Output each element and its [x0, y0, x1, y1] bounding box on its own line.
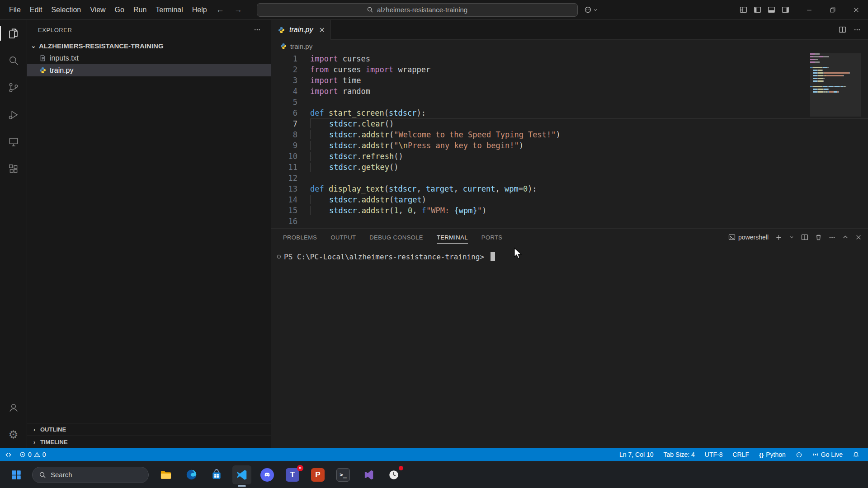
code-line-1[interactable]: 1import curses — [271, 53, 868, 64]
toggle-primary-sidebar-icon[interactable] — [754, 6, 761, 14]
code-line-9[interactable]: 9 stdscr.addstr("\nPress any key to begi… — [271, 140, 868, 151]
file-explorer-icon[interactable] — [156, 465, 175, 484]
explorer-icon[interactable] — [0, 20, 27, 47]
panel-more-actions-icon[interactable] — [829, 234, 835, 241]
menu-help[interactable]: Help — [188, 4, 212, 16]
extensions-icon[interactable] — [0, 155, 27, 183]
go-live-button[interactable]: Go Live — [809, 451, 846, 458]
visual-studio-icon[interactable] — [359, 465, 378, 484]
line-number[interactable]: 8 — [271, 129, 310, 140]
line-number[interactable]: 4 — [271, 86, 310, 97]
panel-tab-ports[interactable]: PORTS — [481, 229, 503, 246]
line-number[interactable]: 6 — [271, 108, 310, 118]
clock-icon[interactable] — [384, 465, 403, 484]
tab-close-icon[interactable]: ✕ — [319, 26, 325, 34]
minimize-button[interactable] — [797, 0, 821, 20]
copilot-menu[interactable] — [584, 6, 598, 14]
file-item-inputs-txt[interactable]: inputs.txt — [27, 52, 271, 64]
toggle-secondary-sidebar-icon[interactable] — [782, 6, 789, 14]
line-number[interactable]: 3 — [271, 75, 310, 86]
code-line-10[interactable]: 10 stdscr.refresh() — [271, 151, 868, 162]
problems-status[interactable]: 0 0 — [16, 448, 49, 461]
menu-go[interactable]: Go — [110, 4, 129, 16]
indentation[interactable]: Tab Size: 4 — [660, 451, 698, 458]
start-button[interactable] — [6, 465, 26, 485]
line-number[interactable]: 12 — [271, 173, 310, 183]
edge-icon[interactable] — [182, 465, 201, 484]
line-number[interactable]: 11 — [271, 162, 310, 173]
close-button[interactable] — [844, 0, 868, 20]
source-control-icon[interactable] — [0, 74, 27, 101]
terminal-dropdown-icon[interactable] — [789, 235, 794, 240]
breadcrumb[interactable]: train.py — [271, 40, 868, 52]
terminal-app-icon[interactable]: >_ — [334, 465, 353, 484]
code-line-4[interactable]: 4import random — [271, 86, 868, 97]
code-line-8[interactable]: 8 stdscr.addstr("Welcome to the Speed Ty… — [271, 129, 868, 140]
line-number[interactable]: 14 — [271, 194, 310, 205]
menu-run[interactable]: Run — [129, 4, 151, 16]
language-mode[interactable]: {} Python — [756, 451, 789, 458]
new-terminal-icon[interactable] — [775, 234, 782, 241]
toggle-panel-icon[interactable] — [768, 6, 775, 14]
panel-tab-debug-console[interactable]: DEBUG CONSOLE — [369, 229, 423, 246]
root-folder-row[interactable]: ⌄ ALZHEIMERS-RESISTANCE-TRAINING — [27, 40, 271, 52]
customize-layout-icon[interactable] — [740, 6, 747, 14]
run-debug-icon[interactable] — [0, 101, 27, 128]
panel-tab-output[interactable]: OUTPUT — [330, 229, 356, 246]
minimap-slider[interactable] — [810, 53, 861, 117]
panel-tab-problems[interactable]: PROBLEMS — [283, 229, 317, 246]
discord-icon[interactable] — [258, 465, 277, 484]
vscode-icon[interactable] — [232, 465, 251, 484]
code-line-11[interactable]: 11 stdscr.getkey() — [271, 162, 868, 173]
eol-sequence[interactable]: CRLF — [729, 451, 752, 458]
minimap[interactable] — [810, 53, 861, 97]
menu-view[interactable]: View — [85, 4, 110, 16]
code-editor[interactable]: 1import curses2from curses import wrappe… — [271, 52, 868, 228]
menu-file[interactable]: File — [5, 4, 25, 16]
split-editor-icon[interactable] — [839, 26, 846, 33]
kill-terminal-icon[interactable] — [815, 234, 822, 241]
account-icon[interactable] — [0, 394, 27, 421]
copilot-status-icon[interactable] — [793, 451, 806, 458]
line-number[interactable]: 5 — [271, 97, 310, 108]
menu-edit[interactable]: Edit — [25, 4, 47, 16]
line-number[interactable]: 2 — [271, 64, 310, 75]
teams-icon[interactable]: T✕ — [283, 465, 302, 484]
line-number[interactable]: 16 — [271, 216, 310, 227]
line-number[interactable]: 1 — [271, 53, 310, 64]
close-panel-icon[interactable] — [855, 234, 862, 240]
line-number[interactable]: 15 — [271, 205, 310, 216]
back-arrow-icon[interactable]: ← — [216, 5, 224, 14]
file-item-train-py[interactable]: train.py — [27, 64, 271, 76]
forward-arrow-icon[interactable]: → — [234, 5, 242, 14]
code-line-6[interactable]: 6def start_screen(stdscr): — [271, 108, 868, 118]
notifications-bell-icon[interactable] — [849, 451, 863, 458]
outline-section[interactable]: › OUTLINE — [27, 423, 271, 436]
powerpoint-icon[interactable]: P — [308, 465, 327, 484]
code-line-5[interactable]: 5 — [271, 97, 868, 108]
line-number[interactable]: 10 — [271, 151, 310, 162]
cursor-position[interactable]: Ln 7, Col 10 — [616, 451, 657, 458]
panel-tab-terminal[interactable]: TERMINAL — [437, 229, 468, 246]
settings-icon[interactable]: ⚙ — [0, 421, 27, 448]
remote-explorer-icon[interactable] — [0, 128, 27, 155]
code-line-14[interactable]: 14 stdscr.addstr(target) — [271, 194, 868, 205]
taskbar-search[interactable]: Search — [32, 467, 149, 483]
encoding[interactable]: UTF-8 — [702, 451, 726, 458]
restore-button[interactable] — [821, 0, 844, 20]
code-line-16[interactable]: 16 — [271, 216, 868, 227]
code-line-15[interactable]: 15 stdscr.addstr(1, 0, f"WPM: {wpm}") — [271, 205, 868, 216]
command-center-search[interactable]: alzheimers-resistance-training — [257, 3, 578, 17]
code-line-7[interactable]: 7 stdscr.clear() — [271, 118, 868, 129]
menu-terminal[interactable]: Terminal — [151, 4, 187, 16]
menu-selection[interactable]: Selection — [47, 4, 85, 16]
line-number[interactable]: 13 — [271, 183, 310, 194]
terminal-shell-label[interactable]: powershell — [728, 234, 769, 241]
code-line-3[interactable]: 3import time — [271, 75, 868, 86]
terminal-area[interactable]: PS C:\PC-Local\alzheimers-resistance-tra… — [271, 246, 868, 448]
tab-train-py[interactable]: train.py ✕ — [271, 20, 331, 40]
line-number[interactable]: 7 — [271, 118, 310, 129]
code-line-12[interactable]: 12 — [271, 173, 868, 183]
breadcrumb-item[interactable]: train.py — [290, 42, 312, 50]
store-icon[interactable] — [207, 465, 226, 484]
